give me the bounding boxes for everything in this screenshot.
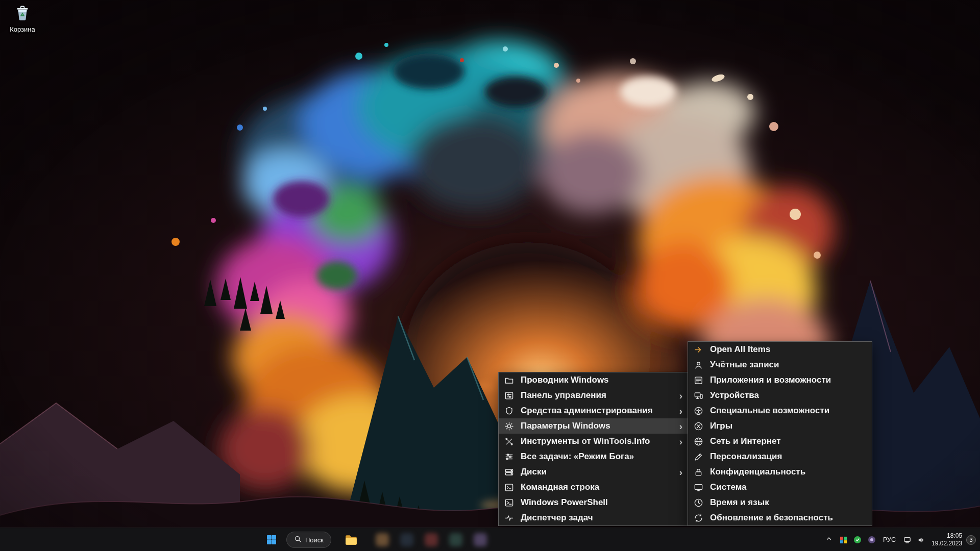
clock-date: 19.02.2023 <box>932 540 962 547</box>
menu-item-label: Инструменты от WinTools.Info <box>521 436 675 446</box>
settings-submenu: Open All Items Учётные записи Приложения… <box>688 341 872 526</box>
file-explorer-icon <box>345 533 358 548</box>
menu-item-label: Обновление и безопасность <box>710 513 867 523</box>
display-icon[interactable] <box>901 532 913 547</box>
taskbar-clock[interactable]: 18:05 19.02.2023 <box>929 530 964 549</box>
submenu-arrow-icon: › <box>679 421 682 431</box>
submenu-item-devices[interactable]: Устройства <box>688 388 872 403</box>
menu-item-label: Параметры Windows <box>521 421 675 431</box>
tray-color-grid-icon[interactable] <box>837 532 849 547</box>
menu-item-label: Windows PowerShell <box>521 497 682 508</box>
context-menu-item-admin-tools[interactable]: Средства администрирования › <box>499 403 688 418</box>
submenu-item-open-all-items[interactable]: Open All Items <box>688 342 872 357</box>
submenu-arrow-icon: › <box>679 437 682 446</box>
menu-item-label: Open All Items <box>710 344 867 355</box>
context-menu-item-explorer[interactable]: Проводник Windows <box>499 372 688 388</box>
drives-icon <box>503 466 514 478</box>
submenu-item-system[interactable]: Система <box>688 480 872 495</box>
menu-item-label: Сеть и Интернет <box>710 436 867 446</box>
context-menu-item-drives[interactable]: Диски › <box>499 464 688 480</box>
context-menu-item-god-mode[interactable]: Все задачи: «Режим Бога» <box>499 449 688 464</box>
recycle-bin-icon <box>13 15 32 24</box>
menu-item-label: Учётные записи <box>710 360 867 370</box>
god-mode-icon <box>503 451 514 462</box>
taskbar-app-icon-blurred[interactable] <box>449 533 462 546</box>
chevron-up-icon <box>825 535 832 544</box>
context-menu-item-powershell[interactable]: Windows PowerShell <box>499 495 688 510</box>
submenu-arrow-icon: › <box>679 406 682 416</box>
recycle-bin-desktop-icon[interactable]: Корзина <box>4 4 41 33</box>
submenu-arrow-icon: › <box>679 467 682 477</box>
menu-item-label: Командная строка <box>521 482 682 492</box>
submenu-item-time-language[interactable]: Время и язык <box>688 495 872 510</box>
search-icon <box>294 535 302 544</box>
submenu-item-accounts[interactable]: Учётные записи <box>688 357 872 372</box>
powershell-icon <box>503 497 514 508</box>
accessibility-icon <box>693 405 704 416</box>
menu-item-label: Конфиденциальность <box>710 467 867 477</box>
apps-features-icon <box>693 374 704 386</box>
tray-app-icon[interactable] <box>866 532 878 547</box>
control-panel-icon <box>503 390 514 401</box>
windows-start-icon <box>265 534 278 548</box>
menu-item-label: Персонализация <box>710 452 867 462</box>
time-language-icon <box>693 497 704 508</box>
command-prompt-icon <box>503 482 514 493</box>
tray-overflow-button[interactable] <box>823 532 835 547</box>
update-security-icon <box>693 512 704 523</box>
menu-item-label: Средства администрирования <box>521 406 675 416</box>
taskbar-app-icon-blurred[interactable] <box>400 533 413 546</box>
context-menu: Проводник Windows Панель управления › Ср… <box>498 372 688 526</box>
menu-item-label: Система <box>710 482 867 492</box>
network-icon <box>693 436 704 447</box>
settings-gear-icon <box>503 420 514 432</box>
menu-item-label: Устройства <box>710 390 867 400</box>
submenu-item-network-internet[interactable]: Сеть и Интернет <box>688 434 872 449</box>
taskbar-app-icon-blurred[interactable] <box>474 533 487 546</box>
games-icon <box>693 420 704 432</box>
language-indicator[interactable]: РУС <box>880 533 899 546</box>
recycle-bin-label: Корзина <box>4 26 41 33</box>
notification-badge[interactable]: 3 <box>966 535 976 545</box>
menu-item-label: Приложения и возможности <box>710 375 867 385</box>
accounts-icon <box>693 359 704 370</box>
context-menu-item-wintools[interactable]: Инструменты от WinTools.Info › <box>499 434 688 449</box>
taskbar: Поиск <box>0 528 980 551</box>
submenu-item-privacy[interactable]: Конфиденциальность <box>688 464 872 480</box>
start-button[interactable] <box>261 531 282 551</box>
search-label: Поиск <box>305 536 324 544</box>
wintools-icon <box>503 436 514 447</box>
submenu-item-apps-features[interactable]: Приложения и возможности <box>688 372 872 388</box>
context-menu-item-task-manager[interactable]: Диспетчер задач <box>499 510 688 525</box>
taskbar-app-icon-blurred[interactable] <box>425 533 438 546</box>
desktop: Корзина Проводник Windows Панель управле… <box>0 0 980 551</box>
menu-item-label: Панель управления <box>521 390 675 400</box>
menu-item-label: Проводник Windows <box>521 375 682 385</box>
submenu-item-update-security[interactable]: Обновление и безопасность <box>688 510 872 525</box>
tray-antivirus-icon[interactable] <box>851 532 864 547</box>
taskbar-app-icon-blurred[interactable] <box>376 533 389 546</box>
taskbar-search[interactable]: Поиск <box>286 532 331 548</box>
open-all-arrow-icon <box>693 344 704 355</box>
speaker-icon[interactable] <box>915 532 927 547</box>
menu-item-label: Игры <box>710 421 867 431</box>
menu-item-label: Диски <box>521 467 675 477</box>
menu-item-label: Все задачи: «Режим Бога» <box>521 452 682 462</box>
submenu-item-personalization[interactable]: Персонализация <box>688 449 872 464</box>
context-menu-item-windows-settings[interactable]: Параметры Windows › <box>499 418 688 434</box>
submenu-item-games[interactable]: Игры <box>688 418 872 434</box>
admin-tools-icon <box>503 405 514 416</box>
context-menu-item-control-panel[interactable]: Панель управления › <box>499 388 688 403</box>
submenu-item-accessibility[interactable]: Специальные возможности <box>688 403 872 418</box>
file-explorer-button[interactable] <box>341 531 361 551</box>
task-manager-icon <box>503 512 514 523</box>
system-icon <box>693 482 704 493</box>
submenu-arrow-icon: › <box>679 391 682 400</box>
explorer-icon <box>503 374 514 386</box>
devices-icon <box>693 390 704 401</box>
menu-item-label: Диспетчер задач <box>521 513 682 523</box>
clock-time: 18:05 <box>932 532 962 540</box>
context-menu-item-command-prompt[interactable]: Командная строка <box>499 480 688 495</box>
menu-item-label: Время и язык <box>710 497 867 508</box>
menu-item-label: Специальные возможности <box>710 406 867 416</box>
